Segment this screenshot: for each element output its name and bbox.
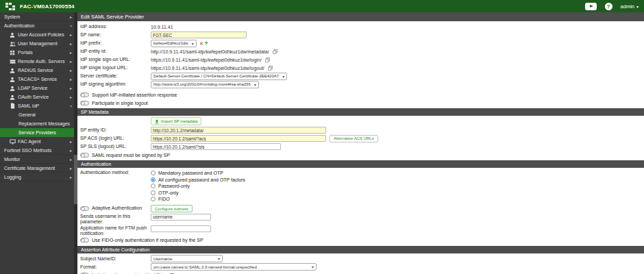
sidebar-item-authentication[interactable]: Authentication ▾ bbox=[0, 21, 74, 30]
sp-entity-label: SP entity ID: bbox=[80, 127, 151, 133]
single-logout-toggle[interactable] bbox=[80, 101, 89, 105]
idp-entity-label: IdP entity id: bbox=[80, 49, 151, 54]
username-param-input[interactable] bbox=[151, 214, 211, 221]
radio-icon[interactable] bbox=[151, 171, 156, 175]
upload-icon bbox=[155, 119, 159, 124]
fido-only-toggle[interactable] bbox=[80, 238, 89, 242]
page-title: Edit SAML Service Provider bbox=[77, 12, 644, 21]
chevron-down-icon: ▾ bbox=[312, 264, 314, 269]
radio-option-otp-only[interactable]: OTP-only bbox=[151, 190, 245, 197]
admin-user-menu[interactable]: admin ▾ bbox=[621, 3, 639, 10]
sidebar-item-service-providers[interactable]: Service Providers bbox=[0, 128, 74, 137]
radio-option-all-configured[interactable]: All configured password and OTP factors bbox=[151, 177, 245, 184]
idp-prefix-row: IdP prefix: kwfepel0dhkuz1dw ▾ × + bbox=[80, 39, 644, 47]
configure-subnets-button[interactable]: Configure subnets bbox=[151, 205, 193, 212]
sidebar-item-saml-general[interactable]: General bbox=[0, 110, 74, 119]
idp-sso-value: https://10.9.11.41/saml-idp/kwfepel0dhku… bbox=[151, 58, 262, 62]
sidebar-item-label: Portals bbox=[18, 50, 33, 55]
radio-option-fido[interactable]: FIDO bbox=[151, 196, 245, 203]
ftm-push-row: Application name for FTM push notificati… bbox=[80, 225, 644, 236]
sp-acs-input[interactable] bbox=[151, 135, 326, 142]
chevron-right-icon: ▸ bbox=[70, 41, 72, 46]
sp-name-label: SP name: bbox=[80, 32, 151, 38]
chevron-right-icon: ▸ bbox=[70, 77, 72, 82]
sidebar-item-radius-service[interactable]: RADIUS Service ▸ bbox=[0, 66, 74, 75]
format-select[interactable]: urn:oasis:names:tc:SAML:2.0:nameid-forma… bbox=[151, 263, 317, 271]
radio-option-mandatory[interactable]: Mandatory password and OTP bbox=[151, 170, 245, 177]
subject-nameid-select[interactable]: Username ▾ bbox=[151, 255, 223, 262]
idp-form: IdP address: 10.9.11.41 SP name: IdP pre… bbox=[77, 21, 644, 88]
sidebar-item-user-account-policies[interactable]: User Account Policies ▸ bbox=[0, 30, 74, 39]
sidebar-item-portals[interactable]: Portals ▸ bbox=[0, 48, 74, 57]
auth-method-label: Authentication method: bbox=[80, 170, 151, 175]
signing-alg-select[interactable]: http://www.w3.org/2001/04/xmldsig-more#r… bbox=[151, 81, 259, 88]
sp-entity-input[interactable] bbox=[151, 127, 326, 134]
idp-entity-value: http://10.9.11.41/saml-idp/kwfepel0dhkuz… bbox=[151, 49, 269, 54]
radio-icon[interactable] bbox=[151, 190, 156, 195]
sidebar-item-system[interactable]: System ▸ bbox=[0, 12, 74, 21]
radio-checked-icon[interactable] bbox=[151, 177, 156, 182]
fido-only-toggle-label: Use FIDO-only authentication if requeste… bbox=[92, 238, 203, 242]
sidebar-item-user-management[interactable]: User Management ▸ bbox=[0, 39, 74, 48]
delete-prefix-icon[interactable]: × bbox=[200, 40, 203, 47]
sidebar-item-label: Remote Auth. Servers bbox=[18, 59, 64, 64]
sidebar-item-monitor[interactable]: Monitor ▸ bbox=[0, 155, 74, 164]
sp-name-row: SP name: bbox=[80, 31, 644, 39]
copy-icon[interactable] bbox=[268, 66, 273, 71]
adaptive-auth-label: Adaptive Authentication bbox=[92, 206, 142, 211]
adaptive-auth-toggle[interactable] bbox=[80, 206, 89, 211]
sp-sls-input[interactable] bbox=[151, 143, 281, 150]
sidebar-nav: System ▸ Authentication ▾ User Account P… bbox=[0, 12, 77, 274]
video-tutorial-icon[interactable] bbox=[585, 3, 597, 10]
sidebar-item-label: Replacement Messages bbox=[18, 121, 70, 126]
sidebar-item-tacacs-service[interactable]: TACACS+ Service ▸ bbox=[0, 75, 74, 84]
auth-method-row: Authentication method: Mandatory passwor… bbox=[80, 169, 644, 203]
idp-sso-row: IdP single sign-on URL: https://10.9.11.… bbox=[80, 55, 644, 64]
chevron-right-icon: ▸ bbox=[70, 50, 72, 55]
sidebar-item-label: RADIUS Service bbox=[18, 68, 53, 73]
alternative-acs-urls-button[interactable]: Alternative ACS URLs bbox=[330, 135, 378, 142]
sidebar-item-fac-agent[interactable]: FAC Agent ▸ bbox=[0, 137, 74, 146]
user-icon bbox=[9, 85, 16, 91]
chevron-down-icon: ▾ bbox=[254, 82, 256, 87]
assertion-form: Subject NameID: Username ▾ Format: urn:o… bbox=[77, 253, 644, 271]
radio-label: FIDO bbox=[158, 197, 170, 201]
sidebar-item-logging[interactable]: Logging ▸ bbox=[0, 173, 74, 182]
add-prefix-icon[interactable]: + bbox=[204, 40, 208, 47]
sidebar-item-saml-idp[interactable]: SAML IdP ▾ bbox=[0, 101, 74, 110]
sidebar-item-fortinet-sso-methods[interactable]: Fortinet SSO Methods ▸ bbox=[0, 146, 74, 155]
chevron-right-icon: ▸ bbox=[70, 148, 72, 153]
sidebar-item-remote-auth-servers[interactable]: Remote Auth. Servers ▸ bbox=[0, 57, 74, 66]
sp-name-input[interactable] bbox=[151, 32, 247, 38]
assertion-section-header: Assertion Attribute Configuration bbox=[77, 246, 644, 253]
sidebar-item-label: Monitor bbox=[4, 157, 20, 162]
idp-sso-label: IdP single sign-on URL: bbox=[80, 57, 151, 62]
agent-icon bbox=[9, 138, 16, 145]
sidebar-item-ldap-service[interactable]: LDAP Service ▸ bbox=[0, 84, 74, 92]
import-sp-metadata-button[interactable]: Import SP metadata bbox=[151, 117, 201, 125]
sidebar-item-oauth-service[interactable]: OAuth Service ▸ bbox=[0, 92, 74, 101]
sidebar-item-certificate-management[interactable]: Certificate Management ▸ bbox=[0, 164, 74, 173]
server-cert-select[interactable]: Default-Server-Certificate | CN=Default-… bbox=[151, 73, 287, 80]
document-icon bbox=[9, 103, 16, 109]
radio-icon[interactable] bbox=[151, 197, 156, 201]
ftm-push-input[interactable] bbox=[151, 225, 211, 232]
sidebar-item-replacement-messages[interactable]: Replacement Messages bbox=[0, 119, 74, 128]
sp-sls-label: SP SLS (logout) URL: bbox=[80, 144, 151, 149]
admin-user-label: admin bbox=[621, 3, 634, 10]
sidebar-item-label: User Management bbox=[18, 41, 58, 46]
sidebar-item-label: TACACS+ Service bbox=[18, 77, 57, 82]
idp-prefix-select[interactable]: kwfepel0dhkuz1dw ▾ bbox=[151, 40, 197, 47]
idp-slo-label: IdP single logout URL: bbox=[80, 65, 151, 71]
fido-only-toggle-row: Use FIDO-only authentication if requeste… bbox=[77, 237, 644, 244]
idp-slo-row: IdP single logout URL: https://10.9.11.4… bbox=[80, 64, 644, 72]
radio-icon[interactable] bbox=[151, 184, 156, 188]
copy-icon[interactable] bbox=[265, 58, 270, 62]
saml-signed-toggle[interactable] bbox=[80, 153, 89, 158]
idp-initiated-toggle[interactable] bbox=[80, 92, 89, 97]
copy-icon[interactable] bbox=[273, 49, 277, 54]
radio-option-password-only[interactable]: Password-only bbox=[151, 183, 245, 190]
sidebar-scrollbar[interactable] bbox=[74, 12, 77, 274]
sidebar-scrollbar-thumb[interactable] bbox=[74, 155, 77, 204]
help-icon[interactable]: ? bbox=[605, 3, 612, 10]
